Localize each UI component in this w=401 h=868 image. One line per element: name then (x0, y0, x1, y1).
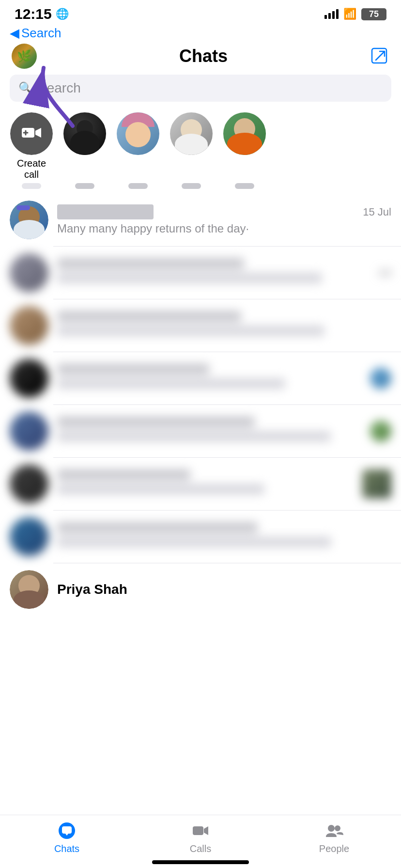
chat-preview-1: Many many happy returns of the day· (57, 222, 391, 235)
chat-item-3[interactable] (0, 299, 401, 352)
tab-calls[interactable]: Calls (134, 820, 267, 854)
status-circles (0, 182, 401, 194)
chat-avatar-priya (10, 570, 48, 609)
story-avatar-2 (117, 112, 159, 155)
avatar-image: 🌿 (17, 49, 31, 63)
chat-time-1: 15 Jul (363, 206, 391, 218)
header: 🌿 Chats (0, 42, 401, 71)
compose-button[interactable] (370, 46, 389, 66)
chat-content-1: ██████ 15 Jul Many many happy returns of… (57, 204, 391, 235)
stories-row: Createcall (0, 108, 401, 182)
chat-bubble-icon (58, 822, 76, 840)
create-call-label: Createcall (17, 158, 46, 180)
status-icons: 📶 75 (324, 8, 386, 20)
search-bar-container: 🔍 Search (0, 71, 401, 108)
video-plus-icon (21, 123, 42, 144)
compose-icon (370, 46, 389, 66)
story-avatar-3 (170, 112, 213, 155)
tab-chats-label: Chats (54, 843, 79, 854)
back-label: Search (21, 26, 61, 41)
chat-list: ██████ 15 Jul Many many happy returns of… (0, 194, 401, 616)
status-time: 12:15 (15, 6, 52, 22)
story-item-create[interactable]: Createcall (5, 112, 58, 180)
create-call-avatar (10, 112, 53, 155)
profile-avatar[interactable]: 🌿 (12, 44, 37, 69)
chats-icon (56, 820, 77, 841)
chat-item-2[interactable]: Jul (0, 247, 401, 299)
chat-item-priya[interactable]: Priya Shah (0, 563, 401, 616)
chevron-left-icon: ◀ (10, 26, 19, 41)
search-bar[interactable]: 🔍 Search (10, 75, 391, 102)
search-icon: 🔍 (18, 81, 33, 95)
create-call-icon (10, 112, 53, 155)
people-icon (324, 820, 345, 841)
chat-media-6 (362, 469, 391, 498)
wifi-icon: 📶 (343, 8, 356, 20)
back-button[interactable]: ◀ Search (10, 26, 61, 41)
story-item-2[interactable] (111, 112, 165, 180)
home-indicator (152, 860, 249, 864)
chat-content-priya: Priya Shah (57, 582, 391, 597)
tab-people-label: People (319, 843, 349, 854)
story-avatar-1 (63, 112, 106, 155)
story-item-1[interactable] (58, 112, 111, 180)
story-item-4[interactable] (218, 112, 271, 180)
globe-icon: 🌐 (56, 8, 69, 20)
svg-point-8 (335, 825, 340, 831)
search-placeholder: Search (38, 80, 81, 96)
chat-item-4[interactable] (0, 352, 401, 404)
story-avatar-4 (223, 112, 266, 155)
chat-name-priya: Priya Shah (57, 582, 391, 597)
chat-avatar-mini-5 (370, 420, 391, 442)
chat-item-6[interactable] (0, 458, 401, 510)
tab-people[interactable]: People (267, 820, 401, 854)
tab-chats[interactable]: Chats (0, 820, 134, 854)
chat-item-5[interactable] (0, 405, 401, 457)
calls-icon (190, 820, 211, 841)
chat-name-1: ██████ (57, 204, 154, 220)
battery-indicator: 75 (361, 8, 386, 20)
chat-avatar-1 (10, 201, 48, 239)
story-item-3[interactable] (165, 112, 218, 180)
svg-rect-6 (193, 826, 203, 835)
video-camera-icon (191, 822, 210, 840)
people-group-icon (325, 822, 343, 840)
nav-back[interactable]: ◀ Search (0, 24, 401, 42)
chat-avatar-mini-4 (370, 368, 391, 389)
signal-icon (324, 9, 339, 19)
page-title: Chats (179, 46, 228, 66)
svg-point-7 (328, 825, 335, 832)
tab-calls-label: Calls (190, 843, 211, 854)
chat-time-2: Jul (378, 266, 391, 279)
chat-item-7[interactable] (0, 511, 401, 563)
chat-item-1[interactable]: ██████ 15 Jul Many many happy returns of… (0, 194, 401, 246)
status-bar: 12:15 🌐 📶 75 (0, 0, 401, 24)
